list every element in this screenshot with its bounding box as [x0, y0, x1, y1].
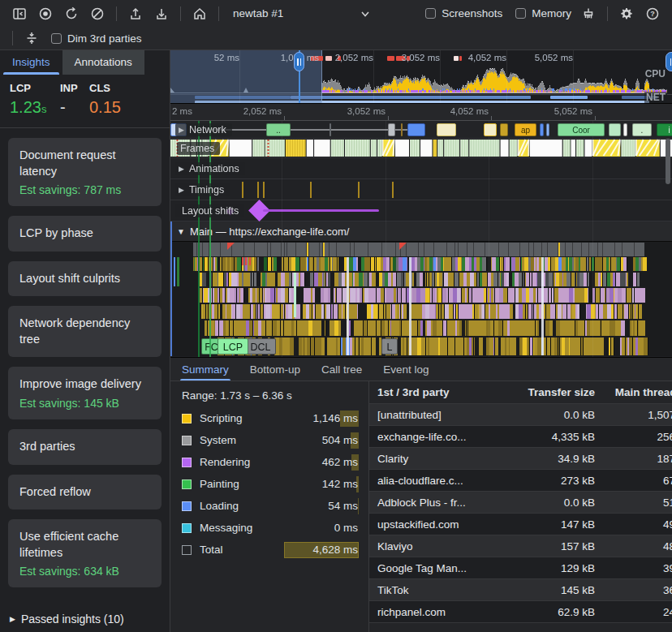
timings-track[interactable]: ▶ Timings [170, 179, 672, 200]
network-request-block[interactable]: i [657, 123, 672, 136]
timing-tick[interactable] [392, 182, 394, 198]
selection-handle-left[interactable] [294, 52, 304, 71]
network-request-block[interactable] [388, 123, 395, 136]
settings-button[interactable] [616, 4, 637, 24]
overview-tick-line [506, 50, 507, 104]
insight-card[interactable]: Document request latencyEst savings: 787… [8, 138, 162, 206]
table-row[interactable]: upstackified.com147 kB49.7 ms [369, 514, 672, 535]
table-row[interactable]: Google Tag Man...129 kB39.1 ms [369, 557, 672, 579]
passed-insights-label: Passed insights (10) [21, 613, 124, 626]
network-request-block[interactable] [609, 123, 621, 136]
selection-handle-right[interactable] [666, 52, 672, 71]
timing-tick[interactable] [358, 182, 360, 198]
network-request-block[interactable]: Coor [558, 123, 605, 136]
table-cell: 34.9 kB [506, 453, 595, 465]
timings-track-toggle[interactable]: ▶ Timings [175, 183, 230, 196]
timeline-area: 52 ms1,052 ms2,052 ms3,052 ms4,052 ms5,0… [170, 50, 672, 632]
memory-checkbox[interactable] [515, 8, 526, 19]
network-request-block[interactable] [407, 123, 425, 136]
network-request-block[interactable] [623, 123, 627, 136]
collect-garbage-button[interactable] [578, 4, 599, 24]
insight-card[interactable]: Improve image deliveryEst savings: 145 k… [8, 367, 162, 419]
timing-tick[interactable] [310, 182, 312, 198]
timing-tick[interactable] [257, 182, 259, 198]
animations-track-toggle[interactable]: ▶ Animations [175, 162, 245, 175]
table-row[interactable]: Klaviyo157 kB48.3 ms [369, 535, 672, 557]
memory-checkbox-group[interactable]: Memory [515, 7, 571, 19]
network-request-block[interactable]: ap [515, 123, 536, 136]
animations-track[interactable]: ▶ Animations [170, 158, 672, 179]
table-cell: 256.8 ms [595, 431, 672, 443]
table-cell: 129 kB [506, 562, 595, 574]
network-request-block[interactable]: .. [266, 123, 291, 136]
network-request-block[interactable] [540, 123, 544, 136]
home-button[interactable] [189, 4, 210, 24]
target-selector-label: newtab #1 [233, 7, 283, 19]
timing-tick[interactable] [242, 182, 243, 198]
insight-card[interactable]: Layout shift culprits [8, 261, 162, 297]
table-row[interactable]: Adblock Plus - fr...0.0 kB51.4 ms [369, 492, 672, 514]
tab-summary[interactable]: Summary [182, 358, 229, 380]
insight-card[interactable]: Forced reflow [8, 475, 162, 510]
network-track-toggle[interactable]: ▶ Network [175, 123, 232, 136]
network-request-block[interactable] [484, 123, 497, 136]
table-row[interactable]: alia-cloudflare.c...273 kB67.5 ms [369, 470, 672, 492]
table-header-cell[interactable]: 1st / 3rd party [369, 386, 506, 398]
insight-card-savings: Est savings: 787 ms [19, 183, 150, 196]
network-request-block[interactable] [500, 123, 508, 136]
dim-3rd-parties-checkbox-group[interactable]: Dim 3rd parties [51, 32, 142, 45]
passed-insights-toggle[interactable]: ▶ Passed insights (10) [0, 611, 170, 632]
screenshots-checkbox-group[interactable]: Screenshots [425, 7, 502, 19]
main-thread-track-toggle[interactable]: ▼ Main — https://exchange-life.com/ [172, 221, 672, 242]
overview-tick-line [373, 50, 374, 104]
time-ruler[interactable]: 2 ms2,052 ms3,052 ms4,052 ms5,052 ms [170, 104, 672, 121]
network-request-block[interactable] [401, 123, 403, 136]
network-request-block[interactable]: . [632, 123, 652, 136]
record-button[interactable] [35, 4, 56, 24]
ruler-time-label: 4,052 ms [450, 106, 489, 116]
tab-annotations[interactable]: Annotations [62, 50, 144, 75]
load-profile-button[interactable] [125, 4, 146, 24]
table-header-row: 1st / 3rd partyTransfer sizeMain thread … [369, 381, 672, 404]
tab-event-log[interactable]: Event log [383, 358, 429, 380]
network-request-block[interactable] [437, 123, 456, 136]
save-profile-button[interactable] [151, 4, 172, 24]
network-request-block[interactable] [546, 123, 549, 136]
tab-insights[interactable]: Insights [0, 50, 62, 75]
screenshots-checkbox[interactable] [425, 8, 436, 19]
table-header-cell[interactable]: Transfer size [506, 386, 595, 398]
frames-track[interactable]: Frames [170, 139, 672, 158]
table-row[interactable]: TikTok145 kB36.6 ms [369, 579, 672, 601]
table-row[interactable]: [unattributed]0.0 kB1,507.7 ms [369, 404, 672, 426]
table-row[interactable]: Clarity34.9 kB187.7 ms [369, 448, 672, 470]
insight-card[interactable]: Network dependency tree [8, 306, 162, 357]
layout-shifts-track[interactable]: Layout shifts [170, 200, 672, 221]
target-selector[interactable]: newtab #1 [228, 4, 374, 24]
table-cell: Google Tag Man... [369, 562, 506, 574]
dim-3rd-parties-checkbox[interactable] [51, 33, 62, 44]
insight-card[interactable]: Use efficient cache lifetimesEst savings… [8, 519, 162, 587]
timing-tick[interactable] [263, 182, 265, 198]
timeline-overview[interactable]: 52 ms1,052 ms2,052 ms3,052 ms4,052 ms5,0… [170, 50, 672, 104]
insight-card[interactable]: 3rd parties [8, 429, 162, 465]
overview-tick-line [239, 50, 240, 104]
legend-value: 1,146 ms [284, 411, 359, 427]
legend-value: 4,628 ms [284, 542, 359, 558]
clear-button[interactable] [87, 4, 108, 24]
insight-card[interactable]: LCP by phase [8, 216, 162, 252]
layout-shifts-track-label[interactable]: Layout shifts [175, 204, 244, 217]
help-button[interactable]: ? [642, 4, 663, 24]
table-header-cell[interactable]: Main thread time [595, 386, 672, 398]
toggle-sidebar-button[interactable] [9, 4, 30, 24]
vertical-scrollbar-thumb[interactable] [666, 139, 670, 184]
reload-and-record-button[interactable] [61, 4, 82, 24]
frames-track-label[interactable]: Frames [177, 142, 220, 155]
tab-call-tree[interactable]: Call tree [321, 358, 362, 380]
tab-bottom-up[interactable]: Bottom-up [250, 358, 300, 380]
table-row[interactable]: exchange-life.co...4,335 kB256.8 ms [369, 426, 672, 448]
shrink-tracks-button[interactable] [21, 28, 42, 48]
network-track[interactable]: ..apCoor.i ▶ Network [170, 121, 672, 139]
network-request-block[interactable] [330, 123, 331, 136]
help-icon: ? [644, 6, 661, 22]
table-row[interactable]: richpanel.com62.9 kB24.9 ms [369, 601, 672, 623]
